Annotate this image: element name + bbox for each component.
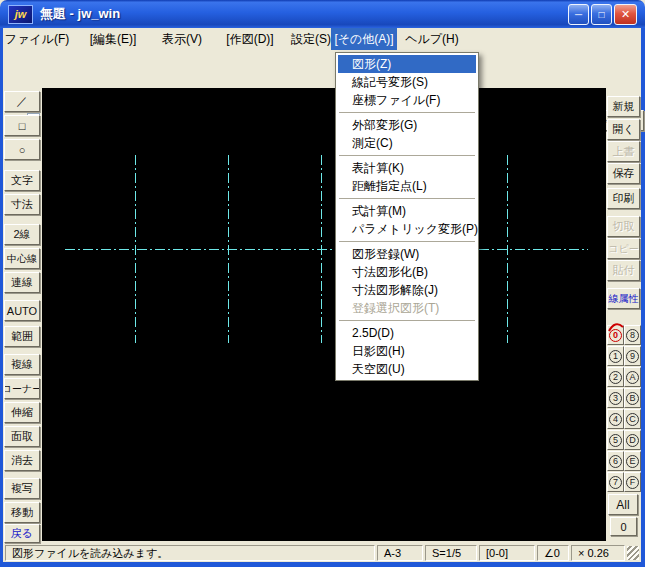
tool-auto-button[interactable]: AUTO xyxy=(4,300,40,321)
zoom-indicator: × 0.26 xyxy=(571,545,625,561)
layer-2-button[interactable]: 2 xyxy=(607,367,624,387)
menu-settings[interactable]: 設定(S) xyxy=(289,28,333,50)
tool-circle-button[interactable]: ○ xyxy=(4,139,40,160)
tool-move-button[interactable]: 移動 xyxy=(4,502,40,523)
tool-2line-button[interactable]: 2線 xyxy=(4,224,40,245)
drawing-canvas[interactable] xyxy=(42,88,606,541)
menu-item-figure[interactable]: 図形(Z) xyxy=(338,55,476,73)
layer-indicator[interactable]: [0-0] xyxy=(479,545,535,561)
tool-dimension-button[interactable]: 寸法 xyxy=(4,194,40,215)
layer-9-button[interactable]: 9 xyxy=(624,346,641,366)
tool-range-button[interactable]: 範囲 xyxy=(4,326,40,347)
print-button[interactable]: 印刷 xyxy=(607,188,640,209)
resize-grip-icon[interactable] xyxy=(627,546,639,560)
other-menu-dropdown: 図形(Z) 線記号変形(S) 座標ファイル(F) 外部変形(G) 測定(C) 表… xyxy=(335,52,479,381)
menu-item-spreadsheet[interactable]: 表計算(K) xyxy=(338,159,476,177)
window-titlebar[interactable]: jw 無題 - jw_win ─ □ ✕ xyxy=(0,0,645,28)
angle-indicator: ∠0 xyxy=(537,545,569,561)
menu-draw[interactable]: [作図(D)] xyxy=(213,28,287,50)
app-icon: jw xyxy=(8,5,33,24)
window-border-bottom xyxy=(0,562,645,567)
new-file-button[interactable]: 新規 xyxy=(607,96,640,117)
menu-item-dimension-figure-release[interactable]: 寸法図形解除(J) xyxy=(338,281,476,299)
status-message: 図形ファイルを読み込みます。 xyxy=(5,545,375,561)
horizontal-centerline xyxy=(65,249,588,250)
menu-item-external-transform[interactable]: 外部変形(G) xyxy=(338,116,476,134)
menu-file[interactable]: ファイル(F) xyxy=(4,28,70,50)
layer-d-button[interactable]: D xyxy=(624,430,641,450)
cut-button: 切取 xyxy=(607,216,640,237)
menu-separator xyxy=(338,238,476,245)
menubar: ファイル(F) [編集(E)] 表示(V) [作図(D)] 設定(S) [その他… xyxy=(3,28,641,50)
tool-centerline-button[interactable]: 中心線 xyxy=(4,248,40,269)
window-border-left xyxy=(0,28,3,567)
layer-b-button[interactable]: B xyxy=(624,388,641,408)
tool-parallel-button[interactable]: 複線 xyxy=(4,354,40,375)
tool-line-button[interactable]: ／ xyxy=(4,91,40,112)
tool-corner-button[interactable]: コーナー xyxy=(4,378,40,399)
copy-button: コピー xyxy=(607,238,640,259)
write-layer-arc-icon xyxy=(607,323,624,332)
vertical-centerline xyxy=(321,155,322,343)
menu-view[interactable]: 表示(V) xyxy=(155,28,209,50)
layer-a-button[interactable]: A xyxy=(624,367,641,387)
menu-item-distance-point[interactable]: 距離指定点(L) xyxy=(338,177,476,195)
tool-stretch-button[interactable]: 伸縮 xyxy=(4,402,40,423)
layer-4-button[interactable]: 4 xyxy=(607,409,624,429)
window-title: 無題 - jw_win xyxy=(40,5,120,23)
window-border-right xyxy=(641,28,645,567)
menu-separator xyxy=(338,109,476,116)
menu-item-figure-register[interactable]: 図形登録(W) xyxy=(338,245,476,263)
menu-item-2-5d[interactable]: 2.5D(D) xyxy=(338,324,476,342)
vertical-centerline xyxy=(228,155,229,343)
menu-item-formula-calc[interactable]: 式計算(M) xyxy=(338,202,476,220)
tool-rectangle-button[interactable]: □ xyxy=(4,115,40,136)
tool-text-button[interactable]: 文字 xyxy=(4,170,40,191)
menu-separator xyxy=(338,317,476,324)
layer-1-button[interactable]: 1 xyxy=(607,346,624,366)
layer-all-button[interactable]: All xyxy=(608,494,638,515)
control-bar: 矩形 ✓ 水平・垂直 傾き ▼ 寸法 ▼ 15度毎 ●─── ＜── xyxy=(3,50,641,88)
tool-chamfer-button[interactable]: 面取 xyxy=(4,426,40,447)
menu-item-measure[interactable]: 測定(C) xyxy=(338,134,476,152)
vertical-centerline xyxy=(507,155,508,343)
minimize-button[interactable]: ─ xyxy=(568,4,589,25)
layer-5-button[interactable]: 5 xyxy=(607,430,624,450)
statusbar: 図形ファイルを読み込みます。 A-3 S=1/5 [0-0] ∠0 × 0.26 xyxy=(3,544,641,562)
layer-c-button[interactable]: C xyxy=(624,409,641,429)
menu-item-coordinate-file[interactable]: 座標ファイル(F) xyxy=(338,91,476,109)
undo-button[interactable]: 戻る xyxy=(4,524,40,543)
scale-indicator[interactable]: S=1/5 xyxy=(425,545,477,561)
maximize-button[interactable]: □ xyxy=(591,4,612,25)
line-attribute-button[interactable]: 線属性 xyxy=(607,288,640,309)
tool-duplicate-button[interactable]: 複写 xyxy=(4,478,40,499)
paper-size-indicator[interactable]: A-3 xyxy=(377,545,423,561)
overwrite-save-button: 上書 xyxy=(607,141,640,162)
menu-item-dimension-figure[interactable]: 寸法図形化(B) xyxy=(338,263,476,281)
menu-separator xyxy=(338,152,476,159)
layer-7-button[interactable]: 7 xyxy=(607,472,624,492)
vertical-centerline xyxy=(135,155,136,343)
tool-polyline-button[interactable]: 連線 xyxy=(4,272,40,293)
paste-button: 貼付 xyxy=(607,260,640,281)
menu-item-registered-selection-figure: 登録選択図形(T) xyxy=(338,299,476,317)
layer-group-button[interactable]: 0 xyxy=(610,517,637,536)
tool-erase-button[interactable]: 消去 xyxy=(4,450,40,471)
menu-item-shadow-diagram[interactable]: 日影図(H) xyxy=(338,342,476,360)
menu-item-line-symbol-transform[interactable]: 線記号変形(S) xyxy=(338,73,476,91)
save-button[interactable]: 保存 xyxy=(607,163,640,184)
layer-6-button[interactable]: 6 xyxy=(607,451,624,471)
layer-f-button[interactable]: F xyxy=(624,472,641,492)
menu-help[interactable]: ヘルプ(H) xyxy=(401,28,463,50)
menu-edit[interactable]: [編集(E)] xyxy=(75,28,151,50)
menu-item-sky-diagram[interactable]: 天空図(U) xyxy=(338,360,476,378)
open-file-button[interactable]: 開く xyxy=(607,119,640,140)
layer-e-button[interactable]: E xyxy=(624,451,641,471)
menu-item-parametric-transform[interactable]: パラメトリック変形(P) xyxy=(338,220,476,238)
layer-8-button[interactable]: 8 xyxy=(624,325,641,345)
layer-0-button[interactable]: 0 xyxy=(607,325,624,345)
close-button[interactable]: ✕ xyxy=(614,4,637,25)
app-window: jw 無題 - jw_win ─ □ ✕ ファイル(F) [編集(E)] 表示(… xyxy=(0,0,645,567)
layer-3-button[interactable]: 3 xyxy=(607,388,624,408)
menu-other[interactable]: [その他(A)] xyxy=(331,28,397,50)
